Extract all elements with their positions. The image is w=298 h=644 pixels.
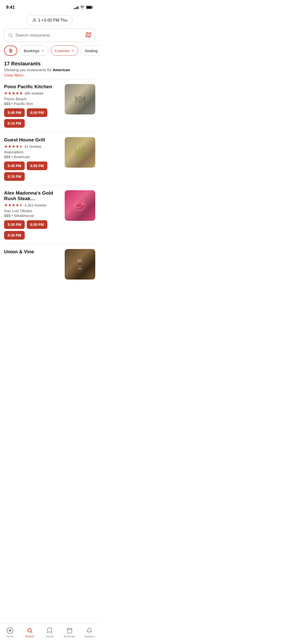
restaurant-img-placeholder-1: 🍽 [65, 84, 95, 114]
restaurant-info-4: Union & Vine [4, 249, 61, 256]
time-slot-1-1[interactable]: 5:45 PM [4, 108, 25, 117]
restaurant-info-1: Pono Pacific Kitchen ★ ★ ★ ★ ★ 480 revie… [4, 84, 61, 128]
star-2-5: ★★ [19, 144, 23, 149]
restaurant-location-2: Atascadero [4, 150, 61, 154]
stars-row-2: ★ ★ ★ ★ ★★ 41 reviews [4, 144, 61, 149]
stars-3: ★ ★ ★ ★ ★★ [4, 203, 23, 208]
restaurant-price-cuisine-3: $$$ • Steakhouse [4, 213, 61, 218]
restaurant-image-1[interactable]: 🍽 [65, 84, 95, 114]
star-2-4: ★ [16, 144, 19, 149]
cuisines-filter-chip[interactable]: Cuisines [51, 46, 78, 56]
star-2-2: ★ [8, 144, 11, 149]
time-slots-2: 5:45 PM 6:00 PM 6:15 PM [4, 162, 61, 181]
restaurant-location-1: Pismo Beach [4, 97, 61, 101]
chevron-down-icon-2 [71, 49, 74, 52]
restaurant-name-1: Pono Pacific Kitchen [4, 84, 61, 90]
restaurant-card-3: Alex Madonna's Gold Rush Steak… ★ ★ ★ ★ … [0, 186, 99, 244]
time-slot-1-3[interactable]: 6:15 PM [4, 119, 25, 128]
guest-selector-label: 1 • 6:00 PM Thu [38, 18, 67, 23]
time-slots-1: 5:45 PM 6:00 PM 6:15 PM [4, 108, 61, 128]
svg-point-3 [9, 34, 12, 37]
status-icons [74, 6, 93, 9]
restaurant-location-3: San Luis Obispo [4, 209, 61, 213]
restaurant-name-4: Union & Vine [4, 249, 61, 255]
reviews-count-3: 4,261 reviews [24, 203, 46, 207]
results-header: 17 Restaurants Showing you restaurants f… [0, 60, 99, 79]
time-slots-3: 5:30 PM 6:00 PM 6:30 PM [4, 220, 61, 240]
clear-filters-button[interactable]: Clear filters [4, 73, 23, 77]
time-slot-1-2[interactable]: 6:00 PM [27, 108, 47, 117]
search-input[interactable] [16, 33, 83, 38]
map-view-button[interactable] [85, 32, 91, 39]
filter-adjust-button[interactable] [4, 46, 17, 56]
time-slot-3-1[interactable]: 5:30 PM [4, 220, 25, 229]
star-3-5: ★★ [19, 203, 23, 208]
search-icon [8, 33, 13, 38]
bookings-filter-chip[interactable]: Bookings [20, 46, 48, 56]
stars-row-1: ★ ★ ★ ★ ★ 480 reviews [4, 91, 61, 96]
status-time: 9:41 [6, 5, 15, 10]
svg-point-9 [9, 49, 10, 50]
star-3-3: ★ [12, 203, 15, 208]
star-1-5: ★ [19, 91, 23, 96]
star-3-2: ★ [8, 203, 11, 208]
restaurant-image-3[interactable]: 🥩 [65, 190, 95, 221]
stars-1: ★ ★ ★ ★ ★ [4, 91, 23, 96]
restaurant-img-placeholder-4: 🍷 [65, 249, 95, 280]
chevron-down-icon-3 [99, 49, 99, 52]
battery-icon [86, 6, 93, 9]
star-2-3: ★ [12, 144, 15, 149]
svg-point-2 [34, 19, 35, 20]
restaurant-card-1: Pono Pacific Kitchen ★ ★ ★ ★ ★ 480 revie… [0, 79, 99, 132]
restaurant-list: Pono Pacific Kitchen ★ ★ ★ ★ ★ 480 revie… [0, 79, 99, 305]
wifi-icon [80, 6, 85, 9]
svg-point-10 [11, 50, 12, 51]
star-3-4: ★ [16, 203, 19, 208]
cuisines-filter-label: Cuisines [55, 49, 70, 53]
bookings-filter-label: Bookings [24, 49, 39, 53]
time-slot-3-2[interactable]: 6:00 PM [27, 220, 47, 229]
star-2-1: ★ [4, 144, 8, 149]
restaurant-image-2[interactable]: 🌿 [65, 137, 95, 168]
star-1-3: ★ [12, 91, 15, 96]
restaurant-img-placeholder-2: 🌿 [65, 137, 95, 168]
seating-filter-chip[interactable]: Seating [81, 46, 99, 56]
results-cuisine: American [53, 68, 70, 72]
time-slot-2-3[interactable]: 6:15 PM [4, 172, 25, 181]
search-container [0, 28, 99, 46]
svg-rect-1 [87, 6, 92, 9]
signal-icon [74, 6, 78, 9]
restaurant-card-2: Guest House Grill ★ ★ ★ ★ ★★ 41 reviews … [0, 133, 99, 185]
stars-row-3: ★ ★ ★ ★ ★★ 4,261 reviews [4, 203, 61, 208]
guest-selector-container: 1 • 6:00 PM Thu [0, 13, 99, 28]
results-subtitle-text: Showing you restaurants for [4, 68, 53, 72]
reviews-count-1: 480 reviews [24, 91, 44, 95]
search-bar [4, 28, 95, 42]
restaurant-img-placeholder-3: 🥩 [65, 190, 95, 221]
restaurant-card-4: Union & Vine 🍷 [0, 244, 99, 305]
results-subtitle: Showing you restaurants for American [4, 68, 95, 72]
star-1-1: ★ [4, 91, 8, 96]
restaurant-price-cuisine-2: $$$ • American [4, 155, 61, 159]
restaurant-image-4[interactable]: 🍷 [65, 249, 95, 280]
star-1-2: ★ [8, 91, 11, 96]
time-slot-2-2[interactable]: 6:00 PM [27, 162, 47, 170]
adjust-icon [8, 48, 13, 53]
stars-2: ★ ★ ★ ★ ★★ [4, 144, 23, 149]
star-3-1: ★ [4, 203, 8, 208]
chevron-down-icon [41, 49, 45, 52]
star-1-4: ★ [16, 91, 19, 96]
restaurant-name-3: Alex Madonna's Gold Rush Steak… [4, 190, 61, 201]
time-slot-3-3[interactable]: 6:30 PM [4, 231, 25, 240]
results-count: 17 Restaurants [4, 61, 95, 67]
restaurant-info-2: Guest House Grill ★ ★ ★ ★ ★★ 41 reviews … [4, 137, 61, 181]
restaurant-info-3: Alex Madonna's Gold Rush Steak… ★ ★ ★ ★ … [4, 190, 61, 240]
map-icon [85, 32, 91, 38]
reviews-count-2: 41 reviews [24, 144, 42, 149]
time-slot-2-1[interactable]: 5:45 PM [4, 162, 25, 170]
seating-filter-label: Seating [85, 49, 98, 53]
guest-selector-button[interactable]: 1 • 6:00 PM Thu [27, 15, 73, 25]
status-bar: 9:41 [0, 0, 99, 13]
restaurant-name-2: Guest House Grill [4, 137, 61, 143]
person-icon [32, 18, 37, 23]
